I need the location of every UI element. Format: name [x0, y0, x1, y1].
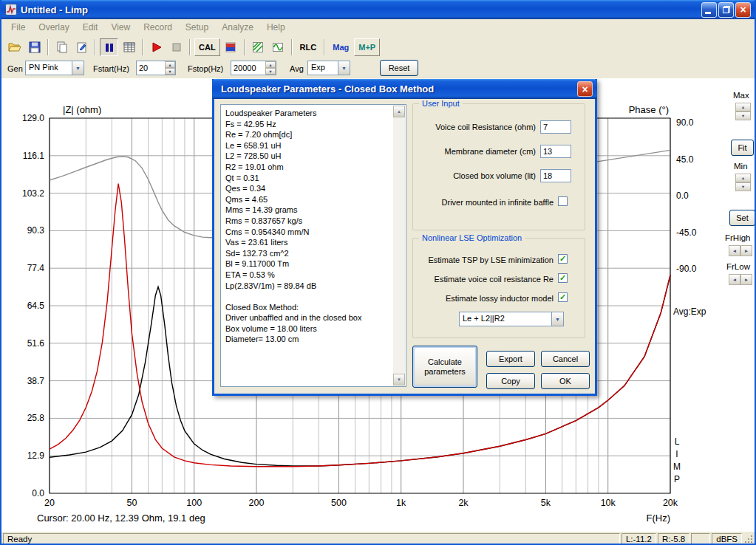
- scroll-down-icon[interactable]: ▼: [393, 374, 405, 385]
- close-button[interactable]: ×: [735, 2, 751, 18]
- menu-setup[interactable]: Setup: [179, 19, 215, 35]
- left-arrow-icon[interactable]: ◄: [729, 245, 740, 256]
- record-play-button[interactable]: [147, 38, 166, 56]
- svg-text:0.0: 0.0: [676, 191, 689, 201]
- avg-mode-text: Avg:Exp: [673, 306, 706, 317]
- fstart-input[interactable]: [137, 61, 165, 75]
- right-arrow-icon[interactable]: ►: [740, 274, 752, 285]
- pause-button[interactable]: [100, 38, 118, 56]
- menu-edit[interactable]: Edit: [76, 19, 105, 35]
- close-icon: ×: [582, 84, 588, 95]
- svg-text:200: 200: [249, 498, 265, 508]
- averaging-select[interactable]: Exp ▼: [307, 61, 350, 75]
- dropdown-arrow-icon: ▼: [551, 312, 563, 326]
- spectrum-button[interactable]: [249, 38, 268, 56]
- up-arrow-icon[interactable]: ▲: [165, 61, 175, 68]
- estimate-tsp-label: Estimate TSP by LSE minimization: [416, 256, 554, 264]
- menu-help[interactable]: Help: [260, 19, 292, 35]
- open-button[interactable]: [5, 38, 24, 56]
- dialog-close-button[interactable]: ×: [577, 81, 593, 97]
- oscilloscope-button[interactable]: [269, 38, 287, 56]
- fstart-spinner[interactable]: ▲ ▼: [136, 61, 176, 75]
- limp-window: Untitled - Limp × File Overlay Edit View…: [0, 0, 756, 545]
- svg-text:5k: 5k: [541, 498, 551, 508]
- svg-text:116.1: 116.1: [23, 151, 44, 161]
- voice-coil-resistance-label: Voice coil Resistance (ohm): [416, 123, 536, 131]
- export-button[interactable]: Export: [486, 351, 535, 367]
- table-button[interactable]: [120, 38, 138, 56]
- down-arrow-icon[interactable]: ▼: [735, 112, 751, 120]
- frlow-spinner[interactable]: ◄ ►: [729, 274, 752, 285]
- magnitude-button[interactable]: Mag: [329, 38, 353, 56]
- estimate-lossy-checkbox[interactable]: ✓: [558, 292, 568, 302]
- avg-label: Avg: [290, 64, 304, 73]
- copy-button[interactable]: Copy: [486, 373, 535, 389]
- restore-button[interactable]: [718, 2, 734, 18]
- svg-text:F(Hz): F(Hz): [647, 513, 671, 524]
- save-button[interactable]: [25, 38, 44, 56]
- svg-text:10k: 10k: [601, 498, 616, 508]
- svg-text:Cursor: 20.00 Hz, 12.39 Ohm, 1: Cursor: 20.00 Hz, 12.39 Ohm, 19.1 deg: [37, 513, 205, 524]
- svg-text:1k: 1k: [396, 498, 406, 508]
- inductor-model-select[interactable]: Le + L2||R2 ▼: [459, 312, 564, 326]
- svg-text:90.3: 90.3: [27, 225, 45, 236]
- set-button[interactable]: Set: [729, 210, 755, 226]
- parameters-listbox[interactable]: Loudspeaker Parameters Fs = 42.95 Hz Re …: [220, 104, 406, 387]
- pen-icon: [76, 41, 88, 53]
- generator-toolbar: Gen PN Pink ▼ Fstart(Hz) ▲ ▼ Fstop(Hz) ▲…: [1, 58, 755, 78]
- close-icon: ×: [740, 4, 746, 15]
- minimize-button[interactable]: [701, 2, 717, 18]
- up-arrow-icon[interactable]: ▲: [265, 61, 276, 68]
- separator: [244, 39, 245, 55]
- up-arrow-icon[interactable]: ▲: [735, 174, 751, 182]
- right-arrow-icon[interactable]: ►: [740, 245, 752, 256]
- estimate-lossy-label: Estimate lossy inductor model: [416, 294, 554, 303]
- copy-button[interactable]: [52, 38, 71, 56]
- separator: [324, 39, 325, 55]
- mag-phase-button[interactable]: M+P: [354, 38, 380, 56]
- svg-text:25.8: 25.8: [27, 413, 45, 423]
- ok-button[interactable]: OK: [541, 373, 590, 389]
- up-arrow-icon[interactable]: ▲: [735, 103, 751, 112]
- separator: [142, 39, 143, 55]
- restore-icon: [723, 6, 730, 13]
- down-arrow-icon[interactable]: ▼: [735, 182, 751, 191]
- reset-button[interactable]: Reset: [380, 60, 418, 76]
- calculate-parameters-button[interactable]: Calculate parameters: [412, 346, 477, 388]
- down-arrow-icon[interactable]: ▼: [165, 68, 175, 75]
- rlc-button[interactable]: RLC: [296, 38, 321, 56]
- listbox-scrollbar[interactable]: ▲ ▼: [393, 106, 405, 385]
- scroll-track[interactable]: [393, 117, 405, 374]
- menu-analyze[interactable]: Analyze: [215, 19, 260, 35]
- frhigh-spinner[interactable]: ◄ ►: [729, 245, 752, 256]
- closed-box-volume-input[interactable]: [540, 169, 571, 182]
- scroll-up-icon[interactable]: ▲: [393, 106, 405, 117]
- lse-optimization-group: Nonlinear LSE Optimization Estimate TSP …: [412, 238, 585, 338]
- edit-pen-button[interactable]: [72, 38, 91, 56]
- stop-button[interactable]: [167, 38, 185, 56]
- min-spinner[interactable]: ▲ ▼: [735, 174, 751, 191]
- pause-icon: [103, 41, 115, 53]
- voice-coil-resistance-input[interactable]: [540, 120, 571, 134]
- max-spinner[interactable]: ▲ ▼: [735, 103, 751, 120]
- menu-record[interactable]: Record: [137, 19, 179, 35]
- menu-overlay[interactable]: Overlay: [32, 19, 75, 35]
- generator-select[interactable]: PN Pink ▼: [25, 61, 84, 75]
- resize-grip[interactable]: [743, 533, 753, 544]
- estimate-re-label: Estimate voice coil resistance Re: [416, 275, 554, 284]
- cancel-button[interactable]: Cancel: [541, 351, 590, 367]
- calibrate-button[interactable]: CAL: [194, 38, 220, 56]
- down-arrow-icon[interactable]: ▼: [265, 68, 276, 75]
- level-unit: dBFS: [712, 533, 742, 544]
- menu-view[interactable]: View: [104, 19, 137, 35]
- estimate-re-checkbox[interactable]: ✓: [558, 273, 568, 283]
- fstop-input[interactable]: [231, 61, 265, 75]
- nyquist-button[interactable]: [222, 38, 240, 56]
- menu-file[interactable]: File: [4, 19, 32, 35]
- left-arrow-icon[interactable]: ◄: [729, 274, 740, 285]
- estimate-tsp-checkbox[interactable]: ✓: [558, 254, 568, 264]
- fit-button[interactable]: Fit: [731, 140, 754, 156]
- membrane-diameter-input[interactable]: [540, 145, 571, 158]
- infinite-baffle-checkbox[interactable]: [558, 196, 568, 206]
- fstop-spinner[interactable]: ▲ ▼: [231, 61, 276, 75]
